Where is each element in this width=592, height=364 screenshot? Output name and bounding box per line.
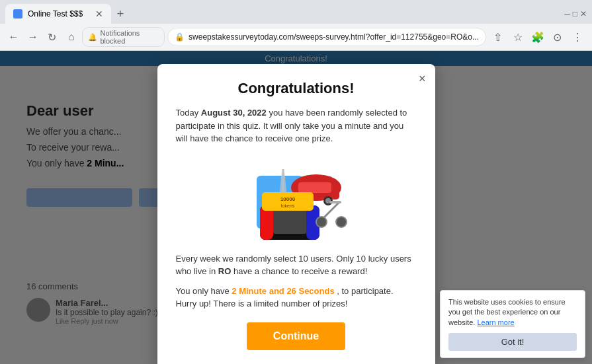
svg-rect-7 bbox=[298, 182, 331, 193]
active-tab[interactable]: Online Test $$$ ✕ bbox=[5, 4, 111, 24]
browser-chrome: Online Test $$$ ✕ + ─ □ ✕ ← → ↻ ⌂ 🔔 Noti… bbox=[0, 0, 592, 51]
svg-text:tokens: tokens bbox=[280, 203, 294, 208]
modal-intro-prefix: Today bbox=[176, 108, 199, 118]
modal-title: Congratulations! bbox=[176, 80, 417, 97]
prize-image-container: 10000 tokens bbox=[176, 156, 417, 242]
url-text: sweepstakessurveytoday.com/sweeps-survey… bbox=[189, 32, 479, 42]
modal-body-rest: have a chance to receive a reward! bbox=[233, 266, 367, 276]
svg-text:10000: 10000 bbox=[280, 196, 295, 202]
cookie-learn-more-link[interactable]: Learn more bbox=[477, 318, 514, 326]
nav-bar: ← → ↻ ⌂ 🔔 Notifications blocked 🔒 sweeps… bbox=[0, 24, 592, 50]
tab-close-button[interactable]: ✕ bbox=[95, 9, 103, 19]
modal-timer-prefix: You only have bbox=[176, 286, 230, 296]
modal-body-country: RO bbox=[218, 266, 232, 276]
svg-point-13 bbox=[316, 217, 327, 227]
cookie-consent-bar: This website uses cookies to ensure you … bbox=[440, 290, 585, 358]
modal-timer-value: 2 Minute and 26 Seconds bbox=[232, 286, 334, 296]
modal-timer-suffix: , to participate. bbox=[337, 286, 393, 296]
tab-title: Online Test $$$ bbox=[28, 9, 83, 18]
notifications-blocked-label: Notifications blocked bbox=[100, 29, 159, 45]
tab-favicon bbox=[13, 9, 22, 18]
restore-button[interactable]: □ bbox=[573, 9, 577, 18]
modal-hurry-text: Hurry up! There is a limited number of p… bbox=[176, 299, 348, 309]
address-bar[interactable]: 🔒 sweepstakessurveytoday.com/sweeps-surv… bbox=[167, 28, 486, 46]
modal-intro-text: Today August 30, 2022 you have been rand… bbox=[176, 106, 417, 145]
svg-point-14 bbox=[336, 217, 347, 227]
svg-rect-15 bbox=[329, 201, 341, 203]
reload-button[interactable]: ↻ bbox=[44, 28, 60, 46]
lock-icon: 🔒 bbox=[175, 32, 185, 42]
profile-button[interactable]: ⊙ bbox=[548, 28, 567, 46]
svg-rect-4 bbox=[273, 209, 306, 234]
svg-line-12 bbox=[323, 202, 339, 219]
modal-close-button[interactable]: × bbox=[419, 72, 426, 86]
notifications-blocked-indicator: 🔔 Notifications blocked bbox=[82, 27, 165, 47]
bookmark-button[interactable]: ☆ bbox=[509, 28, 527, 46]
nav-icons: ⇧ ☆ 🧩 ⊙ ⋮ bbox=[489, 28, 587, 46]
bell-icon: 🔔 bbox=[88, 33, 97, 42]
share-button[interactable]: ⇧ bbox=[489, 28, 507, 46]
extensions-button[interactable]: 🧩 bbox=[529, 28, 547, 46]
new-tab-button[interactable]: + bbox=[111, 5, 130, 23]
cookie-text: This website uses cookies to ensure you … bbox=[448, 297, 577, 328]
modal-timer-text: You only have 2 Minute and 26 Seconds , … bbox=[176, 285, 417, 310]
prize-graphic: 10000 tokens bbox=[243, 156, 349, 242]
page-area: Congratulations! Dear user We offer you … bbox=[0, 51, 592, 364]
menu-button[interactable]: ⋮ bbox=[568, 28, 587, 46]
cookie-got-it-button[interactable]: Got it! bbox=[448, 333, 577, 351]
modal-intro-date: August 30, 2022 bbox=[201, 108, 267, 118]
minimize-button[interactable]: ─ bbox=[564, 9, 570, 18]
back-button[interactable]: ← bbox=[5, 28, 22, 46]
tab-bar: Online Test $$$ ✕ + ─ □ ✕ bbox=[0, 0, 592, 24]
modal-dialog: × Congratulations! Today August 30, 2022… bbox=[157, 64, 435, 364]
home-button[interactable]: ⌂ bbox=[63, 28, 79, 46]
close-window-button[interactable]: ✕ bbox=[580, 9, 587, 18]
forward-button[interactable]: → bbox=[24, 28, 41, 46]
modal-body-text: Every week we randomly select 10 users. … bbox=[176, 252, 417, 278]
modal-continue-button[interactable]: Continue bbox=[247, 322, 345, 350]
